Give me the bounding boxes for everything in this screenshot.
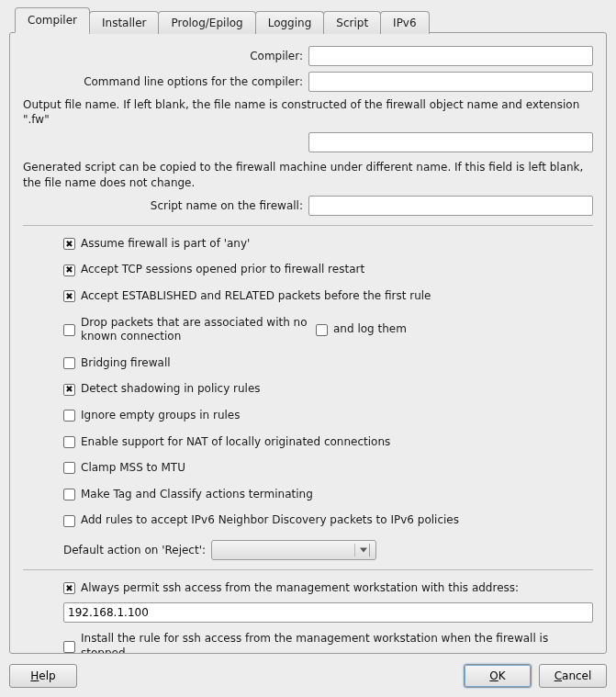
separator-2 [23, 569, 593, 570]
ssh-block: Always permit ssh access from the manage… [23, 581, 593, 654]
tab-prolog-epilog[interactable]: Prolog/Epilog [158, 11, 255, 34]
help-button[interactable]: Help [9, 664, 77, 688]
shadowing-label[interactable]: Detect shadowing in policy rules [81, 382, 261, 397]
clamp-mss-label[interactable]: Clamp MSS to MTU [81, 461, 185, 476]
tab-logging[interactable]: Logging [255, 11, 325, 34]
compiler-input[interactable] [308, 46, 593, 66]
shadowing-checkbox[interactable] [63, 384, 75, 396]
ok-button[interactable]: OK [464, 664, 532, 688]
accept-est-label[interactable]: Accept ESTABLISHED and RELATED packets b… [81, 289, 431, 304]
accept-est-checkbox[interactable] [63, 290, 75, 302]
and-log-checkbox[interactable] [316, 324, 328, 336]
bridging-label[interactable]: Bridging firewall [81, 356, 171, 371]
tab-ipv6[interactable]: IPv6 [380, 11, 430, 34]
cancel-button[interactable]: Cancel [539, 664, 607, 688]
reject-select[interactable] [211, 540, 376, 560]
ignore-empty-label[interactable]: Ignore empty groups in rules [81, 409, 240, 423]
tag-term-checkbox[interactable] [63, 489, 75, 500]
ipv6-nd-label[interactable]: Add rules to accept IPv6 Neighbor Discov… [81, 513, 459, 528]
assume-any-label[interactable]: Assume firewall is part of 'any' [81, 237, 250, 252]
tab-script[interactable]: Script [323, 11, 381, 34]
drop-unknown-checkbox[interactable] [63, 324, 75, 336]
nat-local-label[interactable]: Enable support for NAT of locally origin… [81, 435, 390, 450]
tag-term-label[interactable]: Make Tag and Classify actions terminatin… [81, 488, 313, 502]
scriptname-input[interactable] [308, 196, 593, 216]
cmdline-input[interactable] [308, 72, 593, 92]
assume-any-checkbox[interactable] [63, 238, 75, 250]
nat-local-checkbox[interactable] [63, 436, 75, 448]
reject-label: Default action on 'Reject': [63, 544, 206, 556]
scriptname-label: Script name on the firewall: [23, 199, 308, 212]
tab-installer[interactable]: Installer [89, 11, 159, 34]
dialog-window: Compiler Installer Prolog/Epilog Logging… [0, 0, 616, 697]
separator [23, 225, 593, 226]
cmdline-label: Command line options for the compiler: [23, 75, 308, 88]
accept-tcp-label[interactable]: Accept TCP sessions opened prior to fire… [81, 263, 364, 277]
options-list: Assume firewall is part of 'any' Accept … [23, 237, 593, 560]
chevron-down-icon [360, 547, 367, 552]
compiler-label: Compiler: [23, 50, 308, 62]
ssh-address-input[interactable] [63, 602, 593, 623]
ignore-empty-checkbox[interactable] [63, 410, 75, 422]
outputfile-input[interactable] [308, 132, 593, 152]
ssh-permit-label[interactable]: Always permit ssh access from the manage… [81, 581, 519, 596]
accept-tcp-checkbox[interactable] [63, 264, 75, 276]
drop-unknown-label[interactable]: Drop packets that are associated with no… [81, 316, 310, 344]
tabbar: Compiler Installer Prolog/Epilog Logging… [15, 7, 607, 33]
ssh-permit-checkbox[interactable] [63, 582, 75, 594]
ssh-install-rule-checkbox[interactable] [63, 641, 75, 653]
outputfile-note: Output file name. If left blank, the fil… [23, 97, 593, 127]
ipv6-nd-checkbox[interactable] [63, 515, 75, 527]
genscript-note: Generated script can be copied to the fi… [23, 160, 593, 189]
clamp-mss-checkbox[interactable] [63, 462, 75, 474]
bridging-checkbox[interactable] [63, 357, 75, 369]
and-log-label[interactable]: and log them [333, 322, 407, 337]
button-bar: Help OK Cancel [9, 655, 607, 688]
ssh-install-rule-label[interactable]: Install the rule for ssh access from the… [81, 632, 558, 654]
tab-panel-compiler: Compiler: Command line options for the c… [9, 32, 607, 654]
tab-compiler[interactable]: Compiler [15, 7, 90, 33]
